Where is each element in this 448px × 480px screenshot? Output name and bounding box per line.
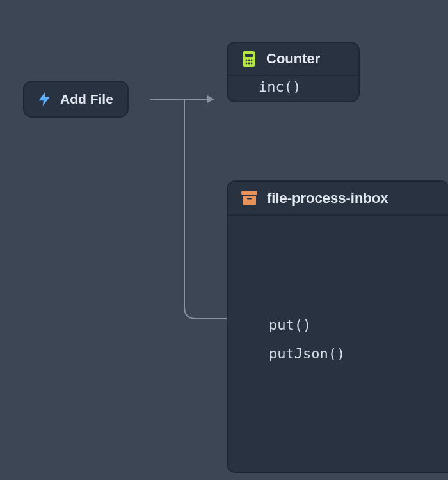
svg-point-7 [251,63,253,65]
trigger-node[interactable]: Add File [23,81,129,118]
svg-point-2 [246,60,248,61]
lightning-icon [36,91,52,108]
method-putjson[interactable]: putJson() [228,340,448,369]
diagram-canvas: Add File Counter inc() [0,0,448,480]
svg-rect-9 [247,198,252,200]
calculator-icon [241,51,257,67]
svg-point-6 [248,63,250,65]
svg-rect-8 [241,191,257,195]
inbox-body: put() putJson() [228,216,448,472]
inbox-node[interactable]: file-process-inbox put() putJson() [227,180,448,473]
trigger-label: Add File [60,92,113,107]
svg-point-3 [248,60,250,61]
method-put[interactable]: put() [228,216,448,340]
counter-title: Counter [266,51,320,67]
counter-body: inc() [228,76,358,101]
inbox-header: file-process-inbox [228,182,448,216]
method-inc[interactable]: inc() [228,76,358,101]
archive-icon [241,189,258,207]
counter-node[interactable]: Counter inc() [227,42,360,102]
svg-rect-0 [243,51,255,67]
svg-point-4 [251,60,253,61]
svg-point-5 [246,63,248,65]
inbox-title: file-process-inbox [267,190,388,207]
svg-rect-1 [245,54,253,57]
counter-header: Counter [228,43,358,76]
arrowhead-counter [207,95,214,103]
